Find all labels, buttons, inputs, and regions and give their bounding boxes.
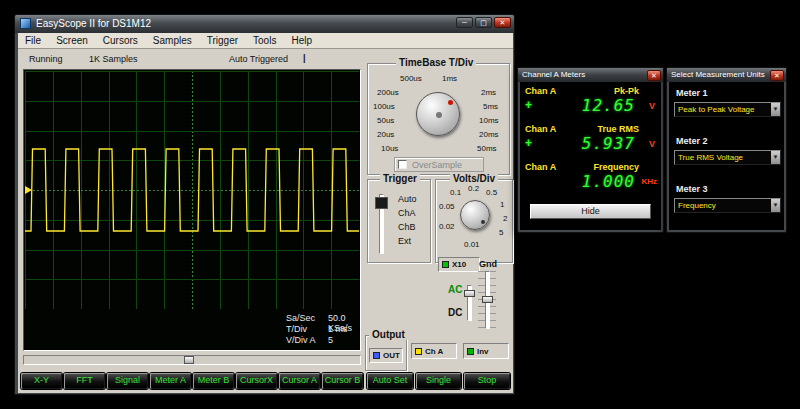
xy-button[interactable]: X-Y bbox=[21, 373, 62, 389]
ac-dc-slider[interactable] bbox=[467, 285, 472, 321]
voltsdiv-0p5[interactable]: 0.5 bbox=[486, 188, 497, 197]
menu-samples[interactable]: Samples bbox=[153, 35, 192, 46]
trigger-level-arrow-icon[interactable] bbox=[25, 186, 32, 194]
menu-tools[interactable]: Tools bbox=[253, 35, 276, 46]
meter-type-label: Pk-Pk bbox=[614, 86, 639, 96]
meter-sign: + bbox=[525, 136, 532, 150]
units-window-title: Select Measurement Units bbox=[671, 70, 765, 79]
timebase-knob[interactable] bbox=[416, 92, 460, 136]
oversample-box: OverSample bbox=[394, 157, 484, 172]
cursor-x-button[interactable]: CursorX bbox=[236, 373, 277, 389]
cursor-b-button[interactable]: Cursor B bbox=[322, 373, 363, 389]
meter-type-label: Frequency bbox=[593, 162, 639, 172]
timebase-1ms[interactable]: 1ms bbox=[442, 74, 457, 83]
meter-row: Chan A True RMS + 5.937 V bbox=[520, 124, 663, 160]
stop-button[interactable]: Stop bbox=[464, 373, 510, 389]
trigger-option-auto[interactable]: Auto bbox=[398, 194, 417, 204]
voltsdiv-5[interactable]: 5 bbox=[499, 228, 503, 237]
meter-row: Chan A Frequency 1.000 KHz bbox=[520, 162, 663, 198]
timebase-10ms[interactable]: 10ms bbox=[479, 116, 499, 125]
meter2-label: Meter 2 bbox=[676, 136, 708, 146]
hide-button[interactable]: Hide bbox=[530, 204, 651, 219]
meter3-label: Meter 3 bbox=[676, 184, 708, 194]
dropdown-arrow-icon[interactable]: ▼ bbox=[771, 199, 780, 212]
voltsdiv-1[interactable]: 1 bbox=[500, 200, 504, 209]
ac-label[interactable]: AC bbox=[448, 284, 462, 295]
voltsdiv-2[interactable]: 2 bbox=[503, 214, 507, 223]
meter1-select[interactable]: Peak to Peak Voltage ▼ bbox=[674, 102, 781, 117]
voltsdiv-knob[interactable] bbox=[460, 200, 490, 230]
timebase-20us[interactable]: 20us bbox=[377, 130, 394, 139]
timebase-50us[interactable]: 50us bbox=[377, 116, 394, 125]
close-button[interactable]: ✕ bbox=[494, 17, 511, 28]
meter-b-button[interactable]: Meter B bbox=[193, 373, 234, 389]
status-trigger-mode: Auto Triggered bbox=[229, 54, 288, 64]
trigger-option-chb[interactable]: ChB bbox=[398, 222, 416, 232]
meter-a-button[interactable]: Meter A bbox=[150, 373, 191, 389]
readout-vdiv-value: 5 bbox=[328, 335, 333, 345]
meter2-value: True RMS Voltage bbox=[678, 153, 743, 162]
title-bar[interactable]: EasyScope II for DS1M12 ─ ▢ ✕ bbox=[15, 15, 514, 33]
fft-button[interactable]: FFT bbox=[64, 373, 105, 389]
meters-body: Chan A Pk-Pk + 12.65 V Chan A True RMS +… bbox=[520, 82, 661, 230]
pan-slider-handle[interactable] bbox=[184, 356, 194, 364]
oversample-checkbox[interactable] bbox=[398, 160, 407, 169]
trigger-title: Trigger bbox=[380, 173, 420, 184]
x10-label: X10 bbox=[452, 260, 466, 269]
dc-label[interactable]: DC bbox=[448, 307, 462, 318]
meters-window: Channel A Meters ✕ Chan A Pk-Pk + 12.65 … bbox=[517, 67, 664, 233]
close-button[interactable]: ✕ bbox=[770, 70, 784, 81]
cursor-a-button[interactable]: Cursor A bbox=[279, 373, 320, 389]
trigger-option-ext[interactable]: Ext bbox=[398, 236, 411, 246]
meter-row: Chan A Pk-Pk + 12.65 V bbox=[520, 86, 663, 122]
units-title-bar[interactable]: Select Measurement Units ✕ bbox=[667, 68, 786, 82]
trigger-select-slider[interactable] bbox=[379, 194, 384, 254]
x10-button[interactable]: X10 bbox=[438, 257, 480, 272]
invert-button[interactable]: Inv bbox=[463, 343, 509, 359]
menu-bar: File Screen Cursors Samples Trigger Tool… bbox=[18, 33, 513, 49]
menu-help[interactable]: Help bbox=[291, 35, 312, 46]
timebase-200us[interactable]: 200us bbox=[377, 88, 399, 97]
out-led-icon bbox=[373, 352, 380, 359]
meter1-value: Peak to Peak Voltage bbox=[678, 105, 755, 114]
signal-button[interactable]: Signal bbox=[107, 373, 148, 389]
knob-indicator-icon bbox=[448, 100, 453, 105]
close-button[interactable]: ✕ bbox=[647, 70, 661, 81]
horizontal-pan-slider[interactable] bbox=[23, 355, 361, 365]
timebase-10us[interactable]: 10us bbox=[381, 144, 398, 153]
single-button[interactable]: Single bbox=[416, 373, 461, 389]
meters-title-bar[interactable]: Channel A Meters ✕ bbox=[518, 68, 663, 82]
timebase-2ms[interactable]: 2ms bbox=[481, 88, 496, 97]
voltsdiv-0p02[interactable]: 0.02 bbox=[439, 222, 455, 231]
voltsdiv-0p2[interactable]: 0.2 bbox=[468, 184, 479, 193]
gnd-slider[interactable] bbox=[485, 271, 490, 329]
timebase-500us[interactable]: 500us bbox=[400, 74, 422, 83]
timebase-100us[interactable]: 100us bbox=[373, 102, 395, 111]
voltsdiv-0p05[interactable]: 0.05 bbox=[439, 202, 455, 211]
timebase-5ms[interactable]: 5ms bbox=[483, 102, 498, 111]
timebase-50ms[interactable]: 50ms bbox=[477, 144, 497, 153]
menu-trigger[interactable]: Trigger bbox=[207, 35, 238, 46]
trigger-slider-handle[interactable] bbox=[375, 197, 388, 209]
trigger-option-cha[interactable]: ChA bbox=[398, 208, 416, 218]
channel-a-button[interactable]: Ch A bbox=[411, 343, 457, 359]
invert-led-icon bbox=[467, 348, 474, 355]
menu-file[interactable]: File bbox=[25, 35, 41, 46]
meter1-label: Meter 1 bbox=[676, 88, 708, 98]
dropdown-arrow-icon[interactable]: ▼ bbox=[771, 103, 780, 116]
gnd-slider-handle[interactable] bbox=[482, 296, 493, 303]
minimize-button[interactable]: ─ bbox=[456, 17, 473, 28]
meter3-select[interactable]: Frequency ▼ bbox=[674, 198, 781, 213]
meter-sign: + bbox=[525, 98, 532, 112]
menu-cursors[interactable]: Cursors bbox=[103, 35, 138, 46]
dropdown-arrow-icon[interactable]: ▼ bbox=[771, 151, 780, 164]
out-button[interactable]: OUT bbox=[369, 348, 403, 363]
menu-screen[interactable]: Screen bbox=[56, 35, 88, 46]
auto-set-button[interactable]: Auto Set bbox=[367, 373, 413, 389]
voltsdiv-0p01[interactable]: 0.01 bbox=[464, 240, 480, 249]
timebase-20ms[interactable]: 20ms bbox=[479, 130, 499, 139]
ac-dc-slider-handle[interactable] bbox=[464, 290, 475, 297]
meter2-select[interactable]: True RMS Voltage ▼ bbox=[674, 150, 781, 165]
maximize-button[interactable]: ▢ bbox=[475, 17, 492, 28]
voltsdiv-0p1[interactable]: 0.1 bbox=[450, 188, 461, 197]
